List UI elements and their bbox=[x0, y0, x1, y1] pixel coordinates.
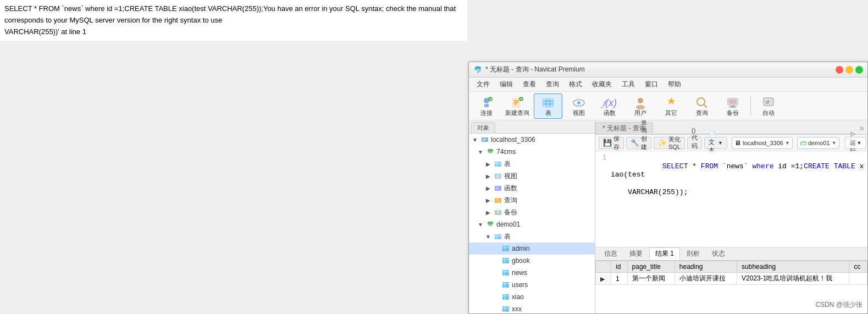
col-subheading-header[interactable]: subheading bbox=[737, 261, 849, 273]
connect-button[interactable]: + 连接 bbox=[472, 93, 501, 119]
view-label: 视图 bbox=[573, 110, 585, 116]
navicat-window: 🐬 * 无标题 - 查询 - Navicat Premium 文件 编辑 查看 … bbox=[468, 62, 868, 314]
cell-id[interactable]: 1 bbox=[611, 273, 628, 285]
tree-db-demo01[interactable]: demo01 bbox=[469, 218, 595, 230]
table-button[interactable]: 表 bbox=[534, 93, 562, 119]
beautify-button[interactable]: ✨ 美化 SQL bbox=[654, 137, 685, 149]
title-bar: 🐬 * 无标题 - 查询 - Navicat Premium bbox=[469, 62, 867, 78]
query-label: 查询 bbox=[696, 110, 708, 116]
expand-right-btn[interactable]: » bbox=[856, 122, 867, 134]
function-icon: 𝑓(x) bbox=[602, 96, 617, 110]
main-toolbar: + 连接 + 新建查询 bbox=[469, 92, 867, 120]
save-label: 保存 bbox=[613, 135, 620, 151]
menu-query[interactable]: 查询 bbox=[541, 78, 563, 91]
tree-74cms-view[interactable]: 视图 bbox=[469, 170, 595, 182]
close-button[interactable] bbox=[836, 66, 843, 74]
tree-xiao-label: xiao bbox=[512, 293, 524, 301]
result-tab-profile[interactable]: 剖析 bbox=[681, 248, 705, 260]
right-panel: * 无标题 - 查询 » 💾 保存 🔧 查询创建工具 ✨ 美化 SQL bbox=[595, 120, 867, 313]
backup-folder-icon bbox=[494, 208, 502, 217]
backup-icon bbox=[726, 96, 739, 110]
error-output-area: SELECT * FROM `news` where id =1;CREATE … bbox=[0, 0, 467, 41]
func-folder-icon: fx bbox=[494, 184, 502, 192]
other-button[interactable]: 其它 bbox=[657, 93, 685, 119]
text-button[interactable]: 📄 文本 ▼ bbox=[704, 137, 727, 149]
tree-74cms-func-label: 函数 bbox=[504, 184, 517, 193]
svg-text:+: + bbox=[520, 97, 523, 102]
svg-rect-27 bbox=[482, 137, 488, 142]
db-demo01-icon bbox=[486, 220, 495, 229]
tree-table-xxx[interactable]: xxx bbox=[469, 303, 595, 313]
auto-button[interactable]: ↺ 自动 bbox=[754, 93, 783, 119]
menu-edit[interactable]: 编辑 bbox=[495, 78, 517, 91]
tree-connection[interactable]: localhost_3306 bbox=[469, 134, 595, 146]
menu-view[interactable]: 查看 bbox=[518, 78, 540, 91]
code-segment-button[interactable]: () 代码段 bbox=[687, 137, 702, 149]
menu-favorites[interactable]: 收藏夹 bbox=[588, 78, 616, 91]
col-page-title-header[interactable]: page_title bbox=[627, 261, 675, 273]
table-label: 表 bbox=[545, 110, 551, 116]
menu-window[interactable]: 窗口 bbox=[640, 78, 662, 91]
svg-text:fx: fx bbox=[496, 186, 500, 191]
tree-table-admin[interactable]: admin bbox=[469, 243, 595, 255]
tree-demo01-table[interactable]: 表 bbox=[469, 230, 595, 243]
view-folder-icon bbox=[494, 172, 502, 180]
tab-object[interactable]: 对象 bbox=[471, 122, 495, 133]
tree-74cms-func[interactable]: fx 函数 bbox=[469, 182, 595, 194]
error-line2: VARCHAR(255))' at line 1 bbox=[4, 27, 86, 36]
query-icon bbox=[695, 96, 709, 110]
col-id-header[interactable]: id bbox=[611, 261, 628, 273]
result-tab-info[interactable]: 信息 bbox=[599, 248, 623, 260]
menu-help[interactable]: 帮助 bbox=[664, 78, 685, 91]
cell-page-title[interactable]: 第一个新闻 bbox=[627, 273, 675, 285]
main-content: 对象 localhost_3306 bbox=[469, 120, 867, 313]
query-button[interactable]: 查询 bbox=[688, 93, 716, 119]
connection-selector-icon: 🖥 bbox=[734, 139, 741, 147]
tree-db-74cms[interactable]: 74cms bbox=[469, 146, 595, 158]
tree-74cms-backup[interactable]: 备份 bbox=[469, 206, 595, 218]
database-selector[interactable]: 🗃 demo01 ▼ bbox=[797, 137, 839, 149]
cell-heading[interactable]: 小迪培训开课拉 bbox=[675, 273, 737, 285]
new-query-button[interactable]: + 新建查询 bbox=[503, 93, 532, 119]
connect-icon: + bbox=[480, 96, 493, 110]
save-button[interactable]: 💾 保存 bbox=[599, 137, 624, 149]
table-icon bbox=[541, 96, 555, 110]
cell-subheading[interactable]: V2023-1吃瓜培训场机起航！我 bbox=[737, 273, 849, 285]
backup-button[interactable]: 备份 bbox=[718, 93, 747, 119]
admin-table-icon bbox=[501, 244, 510, 253]
connection-selector[interactable]: 🖥 localhost_3306 ▼ bbox=[732, 137, 793, 149]
result-tab-summary[interactable]: 摘要 bbox=[624, 248, 648, 260]
tree-74cms-table[interactable]: 表 bbox=[469, 158, 595, 170]
minimize-button[interactable] bbox=[845, 66, 853, 74]
menu-tools[interactable]: 工具 bbox=[617, 78, 639, 91]
run-button[interactable]: ▷ 运行 ▼ bbox=[845, 137, 867, 149]
menu-format[interactable]: 格式 bbox=[565, 78, 587, 91]
result-tab-result1[interactable]: 结果 1 bbox=[649, 247, 680, 260]
tree-table-gbook[interactable]: gbook bbox=[469, 255, 595, 267]
tree-admin-label: admin bbox=[512, 245, 530, 252]
svg-point-36 bbox=[497, 175, 499, 177]
tree-table-xiao[interactable]: xiao bbox=[469, 291, 595, 303]
tree-table-users[interactable]: users bbox=[469, 279, 595, 291]
query-builder-button[interactable]: 🔧 查询创建工具 bbox=[626, 137, 651, 149]
tree-arrow-74cms-table bbox=[484, 160, 492, 168]
code-content-1: SELECT * FROM `news` where id =1;CREATE … bbox=[611, 154, 867, 187]
tree-table-news[interactable]: news bbox=[469, 267, 595, 279]
svg-rect-51 bbox=[502, 258, 509, 263]
toolbar-separator bbox=[750, 96, 751, 116]
object-tree-panel: 对象 localhost_3306 bbox=[469, 120, 595, 313]
tree-74cms-view-label: 视图 bbox=[504, 172, 517, 181]
col-heading-header[interactable]: heading bbox=[675, 261, 737, 273]
db-demo01-label: demo01 bbox=[496, 221, 520, 228]
cell-cc[interactable] bbox=[849, 273, 867, 285]
code-editor[interactable]: 1 SELECT * FROM `news` where id =1;CREAT… bbox=[595, 151, 867, 247]
view-button[interactable]: 视图 bbox=[565, 93, 593, 119]
function-label: 函数 bbox=[604, 110, 616, 116]
tree-74cms-query[interactable]: 查询 bbox=[469, 194, 595, 206]
result-tab-status[interactable]: 状态 bbox=[706, 248, 731, 260]
menu-file[interactable]: 文件 bbox=[472, 78, 494, 91]
function-button[interactable]: 𝑓(x) 函数 bbox=[595, 93, 624, 119]
maximize-button[interactable] bbox=[855, 66, 863, 74]
col-cc-header[interactable]: cc bbox=[849, 261, 867, 273]
user-button[interactable]: 用户 bbox=[626, 93, 655, 119]
